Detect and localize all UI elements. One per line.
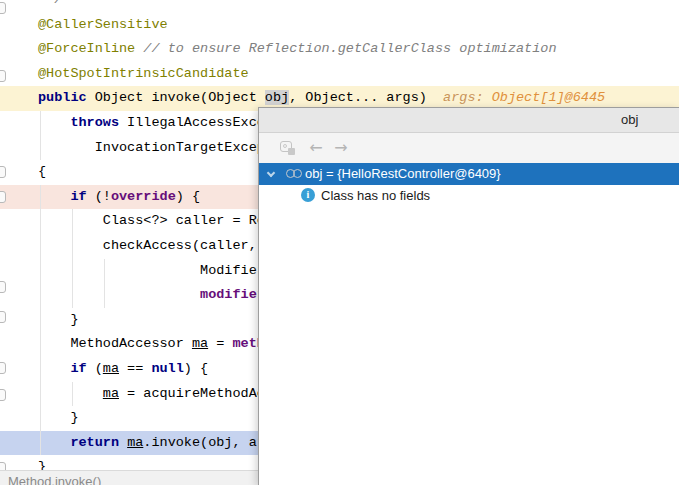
code-segment: ma bbox=[127, 435, 143, 450]
code-segment: ma bbox=[192, 336, 208, 351]
code-segment: args: bbox=[427, 90, 492, 105]
code-segment bbox=[119, 435, 127, 450]
code-segment: { bbox=[38, 164, 46, 179]
fold-marker-icon[interactable] bbox=[0, 362, 6, 374]
fold-marker-icon[interactable] bbox=[0, 166, 6, 178]
code-segment: ) { bbox=[176, 189, 200, 204]
variable-node-selected[interactable]: obj = {HelloRestController@6409} bbox=[259, 163, 679, 185]
code-segment: if bbox=[70, 189, 86, 204]
fold-marker-icon[interactable] bbox=[0, 281, 6, 293]
variable-label: obj = {HelloRestController@6409} bbox=[305, 166, 501, 181]
code-text: throws IllegalAccessExce bbox=[0, 111, 265, 136]
code-text: } bbox=[0, 406, 79, 431]
fold-marker-icon[interactable] bbox=[0, 389, 6, 401]
code-segment bbox=[38, 386, 103, 401]
code-text: @ForceInline // to ensure Reflection.get… bbox=[0, 37, 557, 62]
code-segment: == bbox=[119, 361, 151, 376]
fold-marker-icon[interactable] bbox=[0, 311, 6, 323]
info-icon: i bbox=[301, 188, 315, 202]
code-segment: ) { bbox=[184, 361, 208, 376]
value-icon bbox=[286, 169, 304, 179]
copy-icon-square bbox=[288, 148, 295, 155]
code-segment: .invoke(obj, ar bbox=[143, 435, 265, 450]
code-segment bbox=[38, 189, 70, 204]
code-text: ma = acquireMethodAc bbox=[0, 382, 265, 407]
code-segment: Object[1]@6445 bbox=[492, 90, 605, 105]
code-segment bbox=[38, 361, 70, 376]
code-text: checkAccess(caller, bbox=[0, 234, 257, 259]
code-segment: modifier bbox=[200, 287, 265, 302]
code-segment: , Object... args) bbox=[289, 90, 427, 105]
code-text: @HotSpotIntrinsicCandidate bbox=[0, 62, 249, 87]
code-segment: Modifier bbox=[38, 263, 265, 278]
no-fields-row: i Class has no fields bbox=[259, 185, 679, 207]
code-text: Modifier bbox=[0, 259, 265, 284]
code-segment: obj bbox=[265, 90, 289, 105]
fold-marker-icon[interactable] bbox=[0, 191, 6, 203]
code-segment: // to ensure Reflection.getCallerClass o… bbox=[143, 41, 556, 56]
code-segment: @HotSpotIntrinsicCandidate bbox=[38, 66, 249, 81]
code-segment: throws bbox=[70, 115, 119, 130]
code-segment: InvocationTargetExcep bbox=[38, 140, 265, 155]
back-arrow-icon: ← bbox=[309, 138, 322, 157]
code-segment: MethodAccessor bbox=[38, 336, 192, 351]
code-text: MethodAccessor ma = meth bbox=[0, 332, 265, 357]
code-text: return ma.invoke(obj, ar bbox=[0, 431, 265, 456]
code-segment: @ForceInline bbox=[38, 41, 143, 56]
code-segment: } bbox=[38, 410, 79, 425]
code-line: @CallerSensitive bbox=[0, 13, 679, 38]
forward-arrow-icon: → bbox=[334, 138, 347, 157]
code-segment: override bbox=[111, 189, 176, 204]
code-text: { bbox=[0, 160, 46, 185]
code-segment bbox=[38, 435, 70, 450]
fold-marker-icon[interactable] bbox=[0, 70, 6, 82]
code-segment: ma bbox=[103, 386, 119, 401]
code-segment bbox=[38, 115, 70, 130]
copy-value-button[interactable] bbox=[279, 139, 297, 157]
code-segment: if bbox=[70, 361, 86, 376]
code-segment: null bbox=[151, 361, 183, 376]
ide-window: */@CallerSensitive@ForceInline // to ens… bbox=[0, 0, 679, 485]
popup-titlebar[interactable]: obj bbox=[259, 108, 679, 133]
code-line: @HotSpotIntrinsicCandidate bbox=[0, 62, 679, 87]
no-fields-message: Class has no fields bbox=[321, 188, 430, 203]
code-segment: public bbox=[38, 90, 87, 105]
code-line: @ForceInline // to ensure Reflection.get… bbox=[0, 37, 679, 62]
popup-title: obj bbox=[621, 112, 638, 127]
code-text: */ bbox=[0, 0, 62, 13]
code-text: @CallerSensitive bbox=[0, 13, 168, 38]
history-back-button[interactable]: ← bbox=[307, 139, 325, 157]
code-segment: */ bbox=[38, 0, 62, 7]
code-segment: IllegalAccessExce bbox=[119, 115, 265, 130]
code-segment: = bbox=[208, 336, 232, 351]
code-segment: checkAccess(caller, bbox=[38, 238, 257, 253]
code-text: } bbox=[0, 308, 79, 333]
copy-icon-dot bbox=[283, 144, 287, 148]
chevron-down-icon[interactable] bbox=[267, 169, 275, 177]
code-text: if (!override) { bbox=[0, 185, 200, 210]
debugger-evaluate-popup: obj ← → obj = {HelloRestController@6409} bbox=[258, 107, 679, 485]
code-segment: } bbox=[38, 312, 79, 327]
code-segment bbox=[38, 287, 200, 302]
code-segment: ( bbox=[87, 361, 103, 376]
code-segment: = acquireMethodAc bbox=[119, 386, 265, 401]
code-text: modifier bbox=[0, 283, 265, 308]
code-text: Class<?> caller = Re bbox=[0, 209, 265, 234]
code-segment: Object invoke(Object bbox=[87, 90, 265, 105]
fold-marker-icon[interactable] bbox=[0, 2, 6, 14]
code-segment: Class<?> caller = Re bbox=[38, 213, 265, 228]
history-forward-button[interactable]: → bbox=[332, 139, 350, 157]
code-segment: @CallerSensitive bbox=[38, 17, 168, 32]
code-text: if (ma == null) { bbox=[0, 357, 208, 382]
breadcrumb[interactable]: Method.invoke() bbox=[8, 474, 101, 485]
code-segment: (! bbox=[87, 189, 111, 204]
code-line: */ bbox=[0, 0, 679, 13]
variables-tree: obj = {HelloRestController@6409} i Class… bbox=[259, 163, 679, 207]
code-segment: return bbox=[70, 435, 119, 450]
popup-toolbar: ← → bbox=[259, 133, 679, 163]
code-text: InvocationTargetExcep bbox=[0, 136, 265, 161]
code-segment: ma bbox=[103, 361, 119, 376]
